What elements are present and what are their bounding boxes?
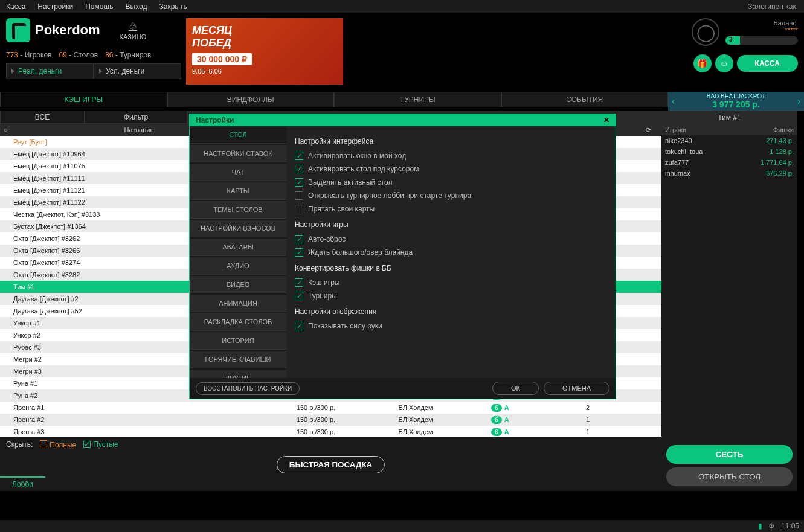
player-col-name: Игроки: [665, 126, 773, 133]
option-checkbox[interactable]: ✓Показывать силу руки: [295, 319, 607, 333]
player-col-chips: Фишки: [773, 126, 794, 133]
table-row[interactable]: Яренга #3150 р./300 р.БЛ Холдем6A1: [0, 426, 661, 437]
settings-tab-10[interactable]: РАСКЛАДКА СТОЛОВ: [190, 313, 286, 331]
menu-Касса[interactable]: Касса: [6, 2, 25, 11]
modal-title: Настройки: [196, 116, 234, 124]
clock: 11:05: [781, 522, 799, 530]
game-tab-0[interactable]: КЭШ ИГРЫ: [0, 92, 167, 107]
menu-Настройки[interactable]: Настройки: [37, 2, 73, 11]
settings-tab-5[interactable]: НАСТРОЙКИ ВЗНОСОВ: [190, 220, 286, 237]
quick-seat-button[interactable]: БЫСТРАЯ ПОСАДКА: [277, 456, 385, 473]
casino-link[interactable]: ♧ КАЗИНО: [120, 21, 147, 40]
balance-label: Баланс:: [725, 19, 798, 27]
option-checkbox[interactable]: ✓Авто-сброс: [295, 232, 607, 246]
section-convert: Конвертировать фишки в ББ: [295, 264, 607, 272]
logo[interactable]: Pokerdom: [6, 18, 100, 42]
player-row: zufa7771 771,64 р.: [661, 157, 797, 168]
settings-tab-1[interactable]: НАСТРОЙКИ СТАВОК: [190, 145, 286, 162]
header: Pokerdom ♧ КАЗИНО 773 - Игроков 69 - Сто…: [0, 13, 804, 92]
player-row: inhumax676,29 р.: [661, 168, 797, 179]
close-icon[interactable]: ✕: [603, 116, 609, 124]
jackpot-prev-icon[interactable]: ‹: [672, 96, 675, 107]
settings-tab-0[interactable]: СТОЛ: [190, 126, 286, 144]
settings-tab-8[interactable]: ВИДЕО: [190, 276, 286, 293]
sit-button[interactable]: СЕСТЬ: [666, 445, 793, 464]
settings-tab-4[interactable]: ТЕМЫ СТОЛОВ: [190, 201, 286, 219]
table-details-panel: Тим #1 Игроки Фишки nike2340271,43 р.tok…: [661, 111, 797, 491]
game-tab-1[interactable]: ВИНДФОЛЛЫ: [167, 92, 335, 107]
jackpot-panel[interactable]: ‹ BAD BEAT JACKPOT 3 977 205 р. ›: [668, 92, 804, 111]
avatar[interactable]: ◯: [692, 18, 719, 46]
section-interface: Настройки интерфейса: [295, 137, 607, 146]
player-list: nike2340271,43 р.tokuchi_toua1 128 р.zuf…: [661, 135, 797, 179]
option-checkbox[interactable]: ✓Активировать окно в мой ход: [295, 149, 607, 162]
tourneys-count: 86: [105, 51, 113, 59]
filter-button[interactable]: Фильтр: [85, 111, 187, 124]
refresh-icon[interactable]: ⟳: [639, 124, 657, 136]
lobby-tab[interactable]: Лобби: [0, 476, 45, 491]
settings-tab-2[interactable]: ЧАТ: [190, 164, 286, 181]
game-tabs: КЭШ ИГРЫВИНДФОЛЛЫТУРНИРЫСОБЫТИЯ: [0, 92, 668, 107]
real-money-tab[interactable]: Реал. деньги: [6, 63, 94, 79]
settings-tab-3[interactable]: КАРТЫ: [190, 182, 286, 200]
login-status: Залогинен как:: [748, 2, 798, 11]
game-tab-3[interactable]: СОБЫТИЯ: [501, 92, 669, 107]
section-game: Настройки игры: [295, 220, 607, 229]
gear-icon[interactable]: ⚙: [768, 522, 775, 530]
game-tab-2[interactable]: ТУРНИРЫ: [334, 92, 501, 107]
table-row[interactable]: Яренга #2150 р./300 р.БЛ Холдем6A1: [0, 414, 661, 426]
settings-content: Настройки интерфейса ✓Активировать окно …: [286, 126, 616, 378]
player-row: tokuchi_toua1 128 р.: [661, 146, 797, 157]
menu-Помощь[interactable]: Помощь: [85, 2, 113, 11]
menu-Закрыть[interactable]: Закрыть: [159, 2, 187, 11]
option-checkbox[interactable]: ✓Активировать стол под курсором: [295, 162, 607, 176]
settings-tab-11[interactable]: ИСТОРИЯ: [190, 332, 286, 350]
progress-bar: 3: [725, 36, 798, 45]
support-icon[interactable]: ☺: [715, 54, 733, 72]
cashier-button[interactable]: КАССА: [737, 55, 798, 72]
restore-button[interactable]: ВОССТАНОВИТЬ НАСТРОЙКИ: [196, 382, 300, 395]
logo-text: Pokerdom: [35, 22, 100, 38]
column-status[interactable]: ○: [0, 124, 11, 136]
menu-Выход[interactable]: Выход: [126, 2, 147, 11]
hide-filters: Скрыть: Полные ✓Пустые: [0, 437, 661, 452]
option-checkbox[interactable]: ✓Турниры: [295, 289, 607, 303]
casino-label: КАЗИНО: [120, 33, 147, 40]
section-display: Настройки отображения: [295, 307, 607, 316]
statusbar: ▮ ⚙ 11:05: [0, 520, 804, 532]
promo-banner[interactable]: МЕСЯЦ ПОБЕД 30 000 000 ₽ 9.05–6.06: [186, 18, 343, 85]
network-icon: ▮: [758, 522, 762, 530]
hide-full-checkbox[interactable]: Полные: [40, 440, 76, 449]
settings-tab-6[interactable]: АВАТАРЫ: [190, 239, 286, 256]
hide-empty-checkbox[interactable]: ✓Пустые: [83, 440, 118, 449]
ok-button[interactable]: ОК: [492, 382, 539, 395]
table-row[interactable]: Яренга #1150 р./300 р.БЛ Холдем6A2: [0, 402, 661, 414]
players-count: 773: [6, 51, 18, 59]
tables-count: 69: [59, 51, 66, 59]
lobby-tabs: Лобби: [0, 476, 661, 491]
settings-tab-9[interactable]: АНИМАЦИЯ: [190, 295, 286, 312]
logo-icon: [6, 18, 30, 42]
settings-tab-7[interactable]: АУДИО: [190, 257, 286, 275]
settings-modal: Настройки ✕ СТОЛНАСТРОЙКИ СТАВОКЧАТКАРТЫ…: [189, 114, 616, 399]
settings-tab-12[interactable]: ГОРЯЧИЕ КЛАВИШИ: [190, 351, 286, 368]
player-row: nike2340271,43 р.: [661, 135, 797, 146]
settings-tab-13[interactable]: ДРУГИЕ: [190, 370, 286, 378]
selected-table-name: Тим #1: [661, 111, 797, 124]
option-checkbox[interactable]: ✓Кэш игры: [295, 276, 607, 289]
casino-icon: ♧: [120, 21, 147, 32]
jackpot-next-icon[interactable]: ›: [797, 96, 800, 107]
menubar: КассаНастройкиПомощьВыходЗакрыть Залогин…: [0, 0, 804, 13]
option-checkbox[interactable]: ✓Ждать большого/овер блайнда: [295, 246, 607, 259]
option-checkbox[interactable]: Прятать свои карты: [295, 202, 607, 216]
filter-all-tab[interactable]: ВСЕ: [0, 111, 85, 124]
play-money-tab[interactable]: Усл. деньги: [94, 63, 181, 79]
balance-amount: *****: [725, 27, 798, 34]
gift-icon[interactable]: 🎁: [693, 54, 712, 72]
open-table-button[interactable]: ОТКРЫТЬ СТОЛ: [666, 467, 793, 486]
cancel-button[interactable]: ОТМЕНА: [544, 382, 609, 395]
option-checkbox[interactable]: Открывать турнирное лобби при старте тур…: [295, 189, 607, 202]
settings-sidebar: СТОЛНАСТРОЙКИ СТАВОКЧАТКАРТЫТЕМЫ СТОЛОВН…: [190, 126, 286, 378]
stats-row: 773 - Игроков 69 - Столов 86 - Турниров: [6, 51, 181, 59]
option-checkbox[interactable]: ✓Выделить активный стол: [295, 176, 607, 189]
